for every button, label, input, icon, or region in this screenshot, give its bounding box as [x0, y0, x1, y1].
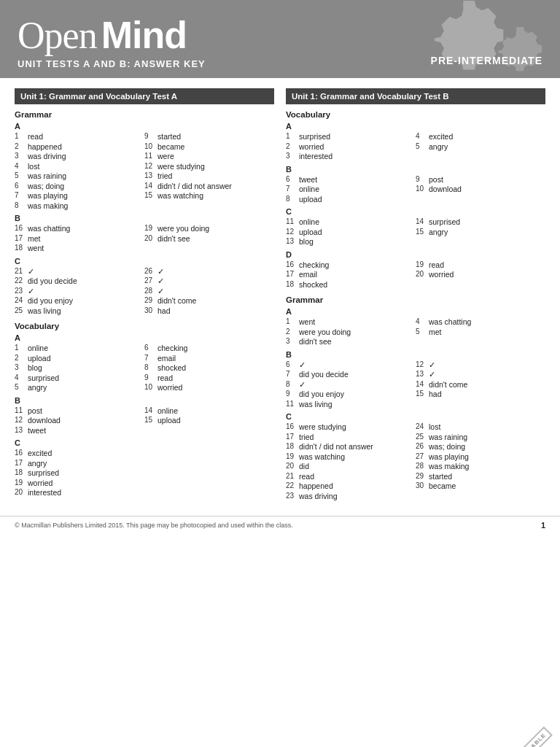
answer-number: 2 — [286, 142, 299, 151]
answer-value: read — [28, 132, 43, 141]
right-column: Unit 1: Grammar and Vocabulary Test B Vo… — [286, 88, 545, 501]
vocab-a-col1-right: 1surprised2worried3interested — [286, 132, 416, 162]
answer-value: were studying — [299, 422, 346, 431]
list-item: 7was playing — [15, 191, 144, 200]
list-item: 23✓ — [15, 287, 144, 295]
answer-number: 28 — [144, 287, 158, 295]
answer-number: 6 — [286, 360, 299, 369]
answer-value: post — [28, 406, 42, 415]
answer-number: 4 — [416, 132, 429, 141]
answer-number: 26 — [144, 267, 158, 276]
list-item: 16excited — [15, 449, 274, 457]
answer-value: ✓ — [429, 360, 435, 369]
answer-number: 15 — [416, 390, 429, 398]
answer-value: met — [28, 234, 41, 243]
answer-number: 30 — [144, 306, 158, 315]
list-item: 28was making — [416, 462, 545, 471]
list-item: 15was watching — [144, 191, 274, 200]
answer-number: 5 — [416, 328, 429, 336]
list-item: 28✓ — [144, 287, 274, 295]
list-item: 22did you decide — [15, 276, 144, 285]
answer-value: online — [299, 185, 319, 193]
vocab-b-col1-right: 6tweet7online8upload — [286, 175, 416, 205]
answer-value: was; doing — [429, 442, 465, 451]
answer-number: 8 — [286, 380, 299, 389]
list-item: 3was driving — [15, 152, 144, 160]
answer-value: surprised — [28, 374, 59, 382]
list-item: 26✓ — [144, 267, 274, 276]
list-item: 8✓ — [286, 380, 416, 389]
answer-value: upload — [158, 416, 181, 425]
answer-number: 3 — [286, 152, 299, 160]
list-item: 5angry — [15, 383, 144, 392]
grammar-a-col2: 9started10became11were12were studying13t… — [144, 132, 274, 211]
answer-number: 15 — [144, 416, 158, 425]
vocab-d-label-right: D — [286, 250, 545, 259]
answer-value: worried — [429, 270, 454, 279]
answer-number: 9 — [416, 175, 429, 184]
grammar-b-col1-right: 6✓7did you decide8✓9did you enjoy11was l… — [286, 360, 416, 410]
answer-value: read — [429, 260, 444, 269]
answer-number: 9 — [144, 374, 158, 382]
answer-number: 8 — [15, 201, 28, 210]
answer-value: happened — [28, 142, 62, 151]
list-item: 17met — [15, 234, 144, 243]
answer-number: 30 — [416, 481, 429, 490]
answer-number: 29 — [416, 472, 429, 481]
answer-value: was; doing — [28, 182, 64, 190]
answer-value: was chatting — [429, 317, 471, 326]
answer-value: were you doing — [299, 328, 351, 336]
vocab-b-answers: 11post12download13tweet 14online15upload — [15, 406, 274, 436]
answer-number: 6 — [144, 344, 158, 352]
list-item: 3didn't see — [286, 337, 416, 346]
answer-number: 2 — [286, 328, 299, 336]
answer-number: 29 — [144, 296, 158, 305]
list-item: 12upload — [286, 228, 416, 236]
list-item: 13✓ — [416, 370, 545, 379]
answer-number: 16 — [15, 224, 28, 233]
list-item: 2happened — [15, 142, 144, 151]
list-item: 25was raining — [416, 433, 545, 441]
answer-number: 24 — [15, 296, 28, 305]
answer-value: had — [158, 306, 171, 315]
list-item: 25was living — [15, 306, 144, 315]
page-footer: © Macmillan Publishers Limited 2015. Thi… — [0, 516, 560, 534]
answer-value: did you enjoy — [299, 390, 344, 398]
vocab-a-col2-right: 4excited5angry — [416, 132, 545, 162]
list-item: 14didn't / did not answer — [144, 182, 274, 190]
answer-value: read — [299, 472, 314, 481]
answer-value: checking — [299, 260, 329, 269]
answer-value: did you decide — [28, 276, 77, 285]
answer-number: 26 — [416, 442, 429, 451]
vocab-c-col2-right: 14surprised15angry — [416, 217, 545, 247]
answer-value: shocked — [299, 280, 327, 289]
vocab-c-label-left: C — [15, 438, 274, 447]
answer-number: 15 — [144, 191, 158, 200]
list-item: 13blog — [286, 237, 416, 246]
answer-value: was raining — [28, 171, 66, 180]
list-item: 6✓ — [286, 360, 416, 369]
answer-number: 2 — [15, 142, 28, 151]
answer-value: went — [299, 317, 315, 326]
answer-number: 24 — [416, 422, 429, 431]
answer-number: 11 — [144, 152, 158, 160]
grammar-a-label-right: A — [286, 307, 545, 316]
answer-value: started — [158, 132, 181, 141]
answer-number: 14 — [144, 182, 158, 190]
answer-value: tweet — [299, 175, 317, 184]
logo-mind: Mind — [101, 13, 187, 57]
answer-value: became — [429, 481, 456, 490]
vocab-b-label-left: B — [15, 396, 274, 405]
answer-number: 5 — [15, 171, 28, 180]
answer-value: went — [28, 244, 44, 252]
list-item: 3blog — [15, 363, 144, 372]
answer-value: download — [28, 416, 61, 425]
list-item: 1surprised — [286, 132, 416, 141]
answer-value: excited — [28, 449, 52, 457]
answer-value: worried — [158, 383, 182, 392]
answer-number: 17 — [15, 459, 28, 468]
answer-number: 11 — [286, 217, 299, 226]
vocab-d-right: 16checking17email18shocked 19read20worri… — [286, 260, 545, 290]
list-item: 2upload — [15, 354, 144, 363]
list-item: 7did you decide — [286, 370, 416, 379]
